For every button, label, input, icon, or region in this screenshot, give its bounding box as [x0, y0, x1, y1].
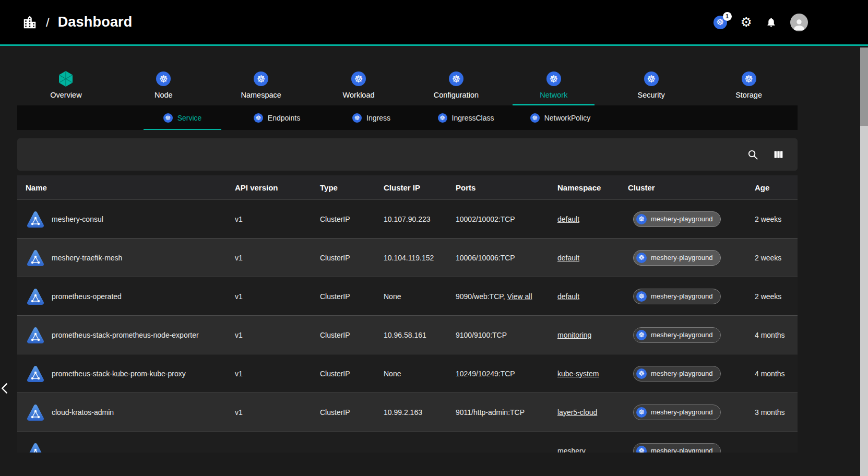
table-row[interactable]: prometheus-operated v1 ClusterIP None 90…	[17, 277, 798, 315]
api-version-cell: v1	[227, 292, 312, 301]
tab-network[interactable]: ☸ Network	[505, 67, 602, 105]
age-cell: 4 months	[746, 370, 798, 378]
namespace-link[interactable]: kube-system	[557, 370, 599, 378]
api-version-cell: v1	[227, 215, 312, 223]
cluster-name: meshery-playground	[651, 254, 713, 261]
tab-label: Storage	[735, 91, 762, 99]
column-header-ports[interactable]: Ports	[447, 183, 549, 192]
service-name: cloud-kratos-admin	[52, 408, 114, 416]
page-title: Dashboard	[58, 14, 133, 30]
meshery-hexagon-icon	[57, 71, 75, 87]
subtab-service[interactable]: ☸ Service	[135, 105, 230, 130]
view-columns-icon[interactable]	[773, 149, 784, 160]
kubernetes-icon: ☸	[156, 72, 171, 86]
namespace-cell: layer5-cloud	[549, 408, 620, 416]
column-header-cluster-ip[interactable]: Cluster IP	[375, 183, 447, 192]
tab-workload[interactable]: ☸ Workload	[310, 67, 408, 105]
name-cell: prometheus-operated	[17, 287, 227, 306]
kubernetes-service-icon	[26, 209, 45, 229]
name-cell	[17, 441, 227, 453]
tab-label: Security	[637, 91, 664, 99]
subtab-label: Service	[177, 114, 202, 122]
cluster-ip-cell: 10.104.119.152	[375, 254, 447, 262]
subtab-networkpolicy[interactable]: ☸ NetworkPolicy	[513, 105, 608, 130]
cluster-chip[interactable]: ☸meshery-playground	[633, 289, 721, 304]
age-cell: 2 weeks	[746, 215, 798, 223]
cluster-chip[interactable]: ☸meshery-playground	[633, 404, 721, 420]
column-header-age[interactable]: Age	[746, 183, 798, 192]
type-cell: ClusterIP	[312, 408, 375, 416]
tab-storage[interactable]: ☸ Storage	[700, 67, 798, 105]
tab-configuration[interactable]: ☸ Configuration	[408, 67, 505, 105]
name-cell: prometheus-stack-prometheus-node-exporte…	[17, 325, 227, 345]
namespace-link[interactable]: default	[557, 292, 579, 301]
table-row[interactable]: meshery ☸meshery-playground	[17, 431, 798, 453]
kubernetes-service-icon	[26, 364, 45, 384]
column-header-namespace[interactable]: Namespace	[549, 183, 620, 192]
cluster-ip-cell: 10.99.2.163	[375, 408, 447, 416]
cluster-chip[interactable]: ☸meshery-playground	[633, 250, 721, 266]
table-row[interactable]: meshery-consul v1 ClusterIP 10.107.90.22…	[17, 199, 798, 238]
cluster-chip[interactable]: ☸meshery-playground	[633, 327, 721, 343]
ports-value: 10249/10249:TCP	[456, 370, 515, 378]
table-row[interactable]: cloud-kratos-admin v1 ClusterIP 10.99.2.…	[17, 392, 798, 431]
cluster-cell: ☸meshery-playground	[620, 289, 746, 304]
subtab-ingress[interactable]: ☸ Ingress	[324, 105, 419, 130]
cluster-ip-cell: None	[375, 292, 447, 301]
kubernetes-icon: ☸	[644, 72, 659, 86]
tab-security[interactable]: ☸ Security	[602, 67, 700, 105]
kubernetes-service-icon	[26, 441, 45, 453]
ports-value: 9011/http-admin:TCP	[456, 408, 525, 416]
building-icon	[22, 15, 38, 30]
subtab-ingressclass[interactable]: ☸ IngressClass	[419, 105, 513, 130]
cluster-name: meshery-playground	[651, 370, 713, 377]
tab-node[interactable]: ☸ Node	[115, 67, 212, 105]
tab-namespace[interactable]: ☸ Namespace	[212, 67, 310, 105]
service-name: meshery-consul	[52, 215, 103, 223]
kubernetes-icon: ☸	[636, 407, 647, 418]
tab-overview[interactable]: Overview	[17, 67, 115, 105]
column-header-cluster[interactable]: Cluster	[620, 183, 746, 192]
table-row[interactable]: prometheus-stack-prometheus-node-exporte…	[17, 315, 798, 354]
breadcrumb: / Dashboard	[22, 14, 133, 30]
cluster-name: meshery-playground	[651, 408, 713, 416]
kubernetes-service-icon	[26, 402, 45, 422]
cluster-cell: ☸meshery-playground	[620, 327, 746, 343]
tab-label: Configuration	[434, 91, 479, 99]
network-subtabs: ☸ Service ☸ Endpoints ☸ Ingress ☸ Ingres…	[17, 105, 798, 130]
cluster-name: meshery-playground	[651, 447, 713, 453]
context-count-badge: 1	[723, 12, 732, 21]
namespace-cell: default	[549, 254, 620, 262]
tab-label: Network	[540, 91, 567, 99]
view-all-link[interactable]: View all	[507, 292, 532, 301]
kubernetes-icon: ☸	[742, 72, 756, 86]
subtab-label: NetworkPolicy	[544, 114, 591, 122]
column-header-api-version[interactable]: API version	[227, 183, 312, 192]
collapse-drawer-chevron-icon[interactable]	[1, 382, 10, 395]
service-name: prometheus-stack-prometheus-node-exporte…	[52, 331, 199, 339]
user-avatar[interactable]	[790, 14, 808, 31]
subtab-endpoints[interactable]: ☸ Endpoints	[230, 105, 324, 130]
namespace-link[interactable]: layer5-cloud	[557, 408, 597, 416]
table-row[interactable]: meshery-traefik-mesh v1 ClusterIP 10.104…	[17, 238, 798, 277]
table-row[interactable]: prometheus-stack-kube-prom-kube-proxy v1…	[17, 354, 798, 392]
tab-label: Namespace	[241, 91, 281, 99]
scrollbar-thumb[interactable]	[860, 47, 868, 126]
vertical-scrollbar[interactable]	[860, 47, 868, 476]
settings-gear-icon[interactable]: ⚙	[741, 16, 752, 29]
namespace-link[interactable]: default	[557, 215, 579, 223]
notifications-bell-icon[interactable]	[766, 16, 777, 28]
cluster-chip[interactable]: ☸meshery-playground	[633, 443, 721, 453]
kubernetes-context-switcher[interactable]: ☸ 1	[714, 16, 727, 29]
namespace-link[interactable]: meshery	[557, 447, 586, 453]
namespace-link[interactable]: default	[557, 254, 579, 262]
namespace-link[interactable]: monitoring	[557, 331, 591, 339]
column-header-name[interactable]: Name	[17, 183, 227, 192]
search-icon[interactable]	[747, 149, 758, 160]
api-version-cell: v1	[227, 254, 312, 262]
cluster-chip[interactable]: ☸meshery-playground	[633, 366, 721, 382]
column-header-type[interactable]: Type	[312, 183, 375, 192]
cluster-chip[interactable]: ☸meshery-playground	[633, 211, 721, 227]
breadcrumb-separator: /	[46, 15, 50, 30]
age-cell: 2 weeks	[746, 292, 798, 301]
